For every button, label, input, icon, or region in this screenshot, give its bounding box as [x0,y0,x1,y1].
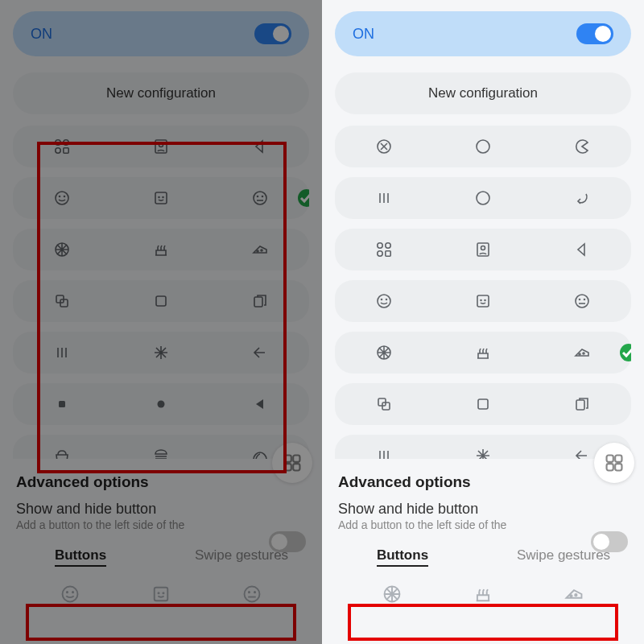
taco-icon [251,447,269,459]
nav-style-row[interactable] [335,126,631,167]
nav-style-cell[interactable] [335,241,434,258]
preview-nav-button [564,584,584,608]
nav-style-cell[interactable] [112,241,211,258]
nav-style-cell[interactable] [434,344,533,361]
master-toggle-switch[interactable] [254,23,291,44]
smiley-box-icon [152,189,170,207]
nav-style-cell[interactable] [335,447,434,459]
nav-style-row[interactable] [13,229,309,270]
arrow-left-icon [251,344,269,361]
nav-style-cell[interactable] [434,292,533,310]
nav-style-row[interactable] [335,229,631,270]
master-toggle-bar[interactable]: ON [335,11,631,56]
portrait-icon [152,138,170,155]
apps-icon [375,241,393,258]
nav-style-cell[interactable] [434,395,533,413]
nav-style-cell[interactable] [335,344,434,361]
nav-style-cell[interactable] [112,395,211,413]
stack-icon [53,292,71,310]
nav-style-cell[interactable] [210,344,309,361]
nav-style-cell[interactable] [13,344,112,361]
nav-style-cell[interactable] [210,189,309,207]
new-configuration-button[interactable]: New configuration [335,72,631,114]
nav-preview-bar [0,573,322,618]
nav-style-cell[interactable] [532,138,631,155]
nav-style-row[interactable] [13,280,309,322]
nav-style-cell[interactable] [112,138,211,155]
nav-style-row[interactable] [335,177,631,219]
nav-style-cell[interactable] [434,241,533,258]
nav-style-row[interactable] [13,126,309,167]
master-toggle-switch[interactable] [576,23,613,44]
nav-style-cell[interactable] [13,138,112,155]
preview-nav-button [60,584,80,608]
settings-pane-right: ON New configuration Advanced options Sh… [322,0,644,644]
square-icon [474,395,492,413]
master-toggle-bar[interactable]: ON [13,11,309,56]
show-hide-title: Show and hide button [338,501,641,518]
asterisk-icon [152,344,170,361]
floating-apps-button[interactable] [272,443,312,483]
selected-check-icon [620,344,631,361]
nav-style-cell[interactable] [210,395,309,413]
show-hide-switch[interactable] [269,531,306,552]
nav-style-cell[interactable] [434,447,533,459]
master-toggle-label: ON [31,26,52,43]
nav-style-scroll[interactable]: New configuration [13,72,309,459]
nav-style-cell[interactable] [112,447,211,459]
nav-style-row[interactable] [335,435,631,459]
nav-style-row[interactable] [335,280,631,322]
grid4-icon [282,452,303,473]
nav-style-cell[interactable] [532,189,631,207]
floating-apps-button[interactable] [594,443,634,483]
selected-check-icon [298,189,309,207]
check-icon [298,189,309,207]
nav-style-row[interactable] [335,383,631,425]
nav-style-cell[interactable] [210,138,309,155]
nav-style-scroll[interactable]: New configuration [335,72,631,459]
nav-style-cell[interactable] [112,189,211,207]
nav-style-cell[interactable] [13,447,112,459]
nav-style-cell[interactable] [532,344,631,361]
tab-buttons[interactable]: Buttons [0,543,161,568]
nav-style-cell[interactable] [532,241,631,258]
new-configuration-button[interactable]: New configuration [13,72,309,114]
nav-style-cell[interactable] [13,189,112,207]
nav-style-cell[interactable] [532,395,631,413]
nav-style-cell[interactable] [434,189,533,207]
master-toggle-label: ON [353,26,374,43]
cake-icon [152,241,170,258]
nav-style-cell[interactable] [13,292,112,310]
nav-style-row[interactable] [13,177,309,219]
burger-icon [152,447,170,459]
nav-style-cell[interactable] [434,138,533,155]
tab-buttons[interactable]: Buttons [322,543,483,568]
nav-style-cell[interactable] [112,344,211,361]
nav-style-cell[interactable] [112,292,211,310]
nav-style-cell[interactable] [210,292,309,310]
square-solid-icon [53,395,71,413]
nav-style-row[interactable] [13,383,309,425]
cheese-icon [564,584,584,605]
nav-style-cell[interactable] [532,292,631,310]
arrow-left-icon [573,447,591,459]
nav-style-cell[interactable] [335,189,434,207]
preview-nav-button [151,584,171,608]
preview-nav-button [382,584,402,608]
nav-style-cell[interactable] [335,138,434,155]
nav-style-cell[interactable] [335,292,434,310]
dot-solid-icon [152,395,170,413]
nav-style-cell[interactable] [13,241,112,258]
back-arrow-icon [573,241,591,258]
nav-style-cell[interactable] [13,395,112,413]
back-arrow-icon [251,138,269,155]
nav-style-row[interactable] [335,332,631,374]
nav-style-row[interactable] [13,435,309,459]
nav-style-cell[interactable] [210,241,309,258]
nav-style-row[interactable] [13,332,309,374]
show-hide-switch[interactable] [591,531,628,552]
show-hide-title: Show and hide button [16,501,319,518]
pizza-icon [382,584,402,605]
nav-style-cell[interactable] [335,395,434,413]
pizza-icon [375,344,393,361]
